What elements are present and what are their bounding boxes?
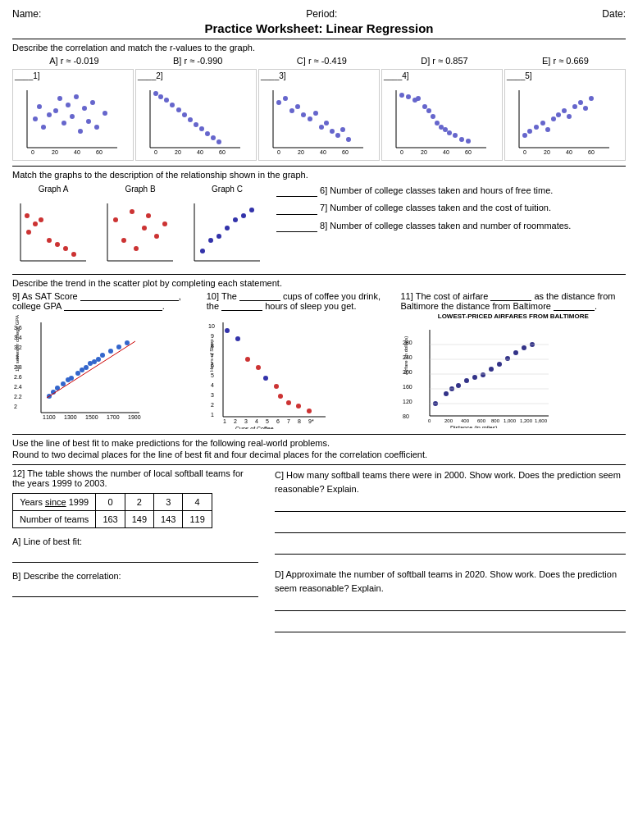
svg-point-21 bbox=[103, 111, 107, 116]
svg-point-85 bbox=[522, 133, 527, 138]
svg-text:Airfare (in dollars): Airfare (in dollars) bbox=[403, 336, 408, 375]
q11-blank1 bbox=[490, 300, 531, 301]
val-149: 149 bbox=[125, 511, 153, 528]
svg-text:6: 6 bbox=[276, 418, 280, 424]
svg-text:10: 10 bbox=[208, 323, 215, 329]
svg-point-219 bbox=[481, 372, 485, 377]
svg-point-155 bbox=[92, 359, 97, 364]
date-label: Date: bbox=[602, 8, 626, 20]
svg-text:4: 4 bbox=[211, 382, 214, 388]
divider-5 bbox=[12, 464, 626, 465]
scatter-label-2: ____2] bbox=[138, 71, 254, 80]
svg-text:2: 2 bbox=[211, 402, 214, 408]
svg-point-221 bbox=[497, 362, 502, 367]
header: Name: Period: Date: bbox=[12, 8, 626, 20]
svg-point-56 bbox=[335, 133, 340, 138]
scatter-label-4: ____4] bbox=[384, 71, 500, 80]
svg-point-75 bbox=[447, 130, 452, 135]
name-label: Name: bbox=[12, 8, 41, 20]
rvalue-b: B] r ≈ -0.990 bbox=[173, 56, 222, 66]
svg-text:1500: 1500 bbox=[85, 414, 98, 420]
svg-point-31 bbox=[170, 103, 175, 107]
scatter-svg-5: 020 4060 bbox=[507, 82, 613, 156]
svg-point-30 bbox=[164, 98, 169, 103]
q9-blank1 bbox=[80, 300, 179, 301]
svg-point-37 bbox=[205, 131, 210, 136]
svg-point-32 bbox=[176, 107, 181, 112]
desc-8: 8] Number of college classes taken and n… bbox=[276, 220, 626, 232]
svg-point-115 bbox=[146, 213, 151, 218]
svg-text:120: 120 bbox=[403, 399, 412, 404]
qa-label: A] Line of best fit: bbox=[12, 536, 258, 546]
svg-point-114 bbox=[142, 226, 147, 231]
svg-point-104 bbox=[47, 238, 52, 243]
svg-point-29 bbox=[158, 94, 163, 99]
svg-point-122 bbox=[216, 234, 221, 239]
svg-point-159 bbox=[116, 345, 121, 349]
col-years: Years since 1999 bbox=[13, 494, 96, 511]
svg-point-66 bbox=[406, 94, 411, 99]
svg-point-74 bbox=[443, 127, 448, 132]
svg-point-78 bbox=[466, 139, 471, 144]
svg-point-105 bbox=[55, 242, 60, 247]
svg-point-218 bbox=[472, 375, 477, 380]
svg-text:40: 40 bbox=[197, 149, 203, 155]
svg-point-160 bbox=[125, 340, 130, 345]
svg-text:1300: 1300 bbox=[64, 414, 77, 420]
svg-point-112 bbox=[130, 209, 134, 214]
table-right: C] How many softball teams there were in… bbox=[275, 468, 626, 641]
svg-point-39 bbox=[216, 139, 221, 144]
r-values-row: A] r ≈ -0.019 B] r ≈ -0.990 C] r ≈ -0.41… bbox=[12, 56, 626, 66]
col-4: 4 bbox=[183, 494, 212, 511]
svg-text:40: 40 bbox=[566, 149, 572, 155]
svg-point-95 bbox=[578, 100, 583, 105]
svg-point-148 bbox=[61, 381, 66, 386]
svg-point-126 bbox=[249, 208, 254, 212]
svg-text:40: 40 bbox=[74, 149, 80, 155]
svg-text:60: 60 bbox=[342, 149, 349, 155]
col-2: 2 bbox=[125, 494, 153, 511]
qd-label: D] Approximate the number of softball te… bbox=[275, 569, 617, 593]
svg-text:0: 0 bbox=[154, 149, 157, 155]
rvalue-e: E] r ≈ 0.669 bbox=[542, 56, 589, 66]
scatter-plot-1: ____1] 020 4060 bbox=[12, 69, 134, 161]
svg-text:20: 20 bbox=[52, 149, 58, 155]
val-119: 119 bbox=[183, 511, 212, 528]
section4-instruction2: Round to two decimal places for the line… bbox=[12, 450, 626, 459]
qc-answer-line bbox=[275, 499, 626, 512]
q11-chart: 80 120 160 200 240 280 0 200 400 600 800… bbox=[401, 322, 553, 428]
svg-text:1: 1 bbox=[211, 412, 214, 418]
svg-point-76 bbox=[453, 133, 458, 138]
q9-chart: 2 2.2 2.4 2.6 2.8 3 3.2 3.4 3.6 1100 130… bbox=[12, 314, 144, 421]
svg-text:0: 0 bbox=[523, 149, 526, 155]
scatter-label-3: ____3] bbox=[261, 71, 377, 80]
svg-text:1: 1 bbox=[223, 418, 226, 424]
graph-c: Graph C bbox=[186, 185, 268, 269]
small-graphs: Graph A Graph B bbox=[12, 185, 268, 269]
svg-point-52 bbox=[313, 111, 318, 116]
svg-point-65 bbox=[399, 93, 404, 98]
svg-text:3: 3 bbox=[244, 418, 248, 424]
divider-4 bbox=[12, 434, 626, 435]
svg-point-58 bbox=[346, 137, 351, 142]
svg-point-9 bbox=[47, 112, 52, 117]
section1-instruction: Describe the correlation and match the r… bbox=[12, 43, 626, 52]
graph-b-label: Graph B bbox=[125, 185, 155, 194]
svg-point-68 bbox=[416, 96, 421, 101]
svg-line-161 bbox=[47, 341, 135, 398]
svg-point-106 bbox=[63, 246, 68, 251]
svg-point-49 bbox=[295, 104, 300, 109]
svg-point-121 bbox=[208, 238, 213, 243]
qc-answer-line2 bbox=[275, 520, 626, 533]
svg-point-107 bbox=[71, 252, 76, 257]
svg-text:Cups of Coffee: Cups of Coffee bbox=[235, 426, 274, 429]
svg-text:800: 800 bbox=[491, 418, 500, 423]
svg-text:40: 40 bbox=[443, 149, 449, 155]
svg-text:1,600: 1,600 bbox=[535, 418, 548, 423]
svg-point-190 bbox=[274, 384, 279, 389]
svg-point-185 bbox=[225, 328, 230, 333]
scatter-svg-3: 020 4060 bbox=[261, 82, 367, 156]
descriptions: 6] Number of college classes taken and h… bbox=[276, 185, 626, 237]
graph-a-label: Graph A bbox=[39, 185, 69, 194]
svg-point-55 bbox=[330, 129, 335, 134]
